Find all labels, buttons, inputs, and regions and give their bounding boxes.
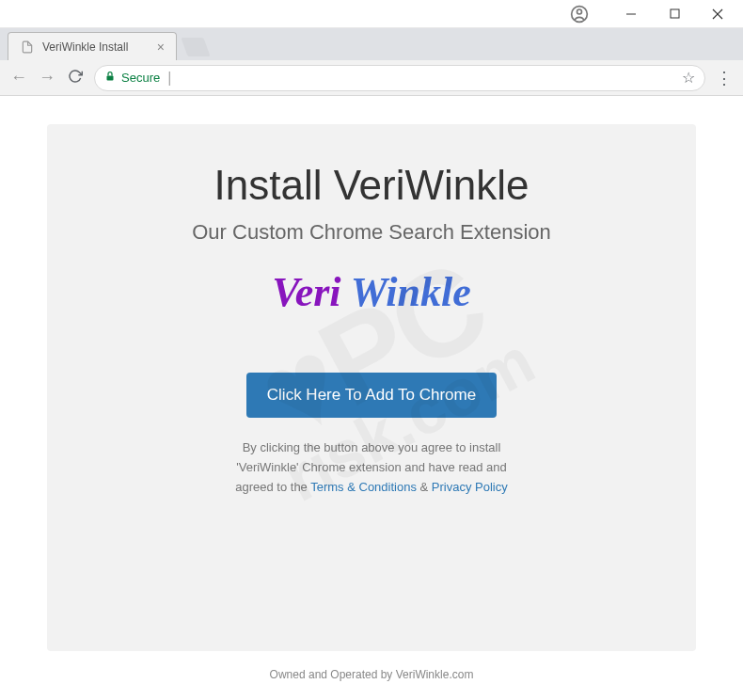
secure-label: Secure [121, 71, 160, 85]
logo-part2: Winkle [351, 269, 471, 315]
minimize-button[interactable] [609, 0, 653, 28]
terms-link[interactable]: Terms & Conditions [310, 480, 417, 494]
bookmark-star-icon[interactable]: ☆ [682, 69, 695, 87]
browser-menu-icon[interactable]: ⋮ [715, 68, 734, 88]
page-subtitle: Our Custom Chrome Search Extension [192, 220, 551, 245]
logo-part1: Veri [272, 269, 351, 315]
page-content: Install VeriWinkle Our Custom Chrome Sea… [0, 96, 743, 700]
disclaimer-text: By clicking the button above you agree t… [235, 438, 508, 497]
back-button[interactable]: ← [9, 68, 28, 88]
install-card: Install VeriWinkle Our Custom Chrome Sea… [47, 124, 696, 651]
disclaimer-amp: & [417, 480, 432, 494]
forward-button[interactable]: → [38, 68, 56, 88]
window-titlebar [0, 0, 743, 28]
tab-close-icon[interactable]: × [157, 40, 165, 55]
url-divider: | [167, 70, 171, 87]
maximize-button[interactable] [653, 0, 696, 28]
user-account-icon[interactable] [568, 3, 591, 25]
add-to-chrome-button[interactable]: Click Here To Add To Chrome [246, 373, 497, 418]
svg-rect-6 [107, 76, 114, 81]
address-bar: ← → Secure | ☆ ⋮ [0, 60, 743, 96]
footer-prefix: Owned and Operated by [270, 668, 396, 681]
close-button[interactable] [696, 0, 739, 28]
lock-icon [104, 71, 116, 85]
browser-tab[interactable]: VeriWinkle Install × [8, 32, 177, 60]
disclaimer-line1: By clicking the button above you agree t… [243, 440, 501, 454]
page-icon [20, 40, 35, 55]
tab-title: VeriWinkle Install [42, 40, 150, 54]
page-title: Install VeriWinkle [213, 162, 529, 209]
privacy-link[interactable]: Privacy Policy [432, 480, 508, 494]
new-tab-button[interactable] [181, 38, 210, 56]
disclaimer-line2: 'VeriWinkle' Chrome extension and have r… [236, 460, 507, 474]
brand-logo: Veri Winkle [272, 268, 471, 316]
svg-rect-3 [671, 9, 679, 18]
tab-bar: VeriWinkle Install × [0, 28, 743, 60]
url-input[interactable]: Secure | ☆ [94, 65, 705, 91]
svg-point-1 [577, 9, 582, 14]
footer: Owned and Operated by VeriWinkle.com [47, 651, 696, 681]
footer-site: VeriWinkle.com [396, 668, 474, 681]
reload-button[interactable] [66, 69, 85, 88]
disclaimer-line3-prefix: agreed to the [235, 480, 310, 494]
